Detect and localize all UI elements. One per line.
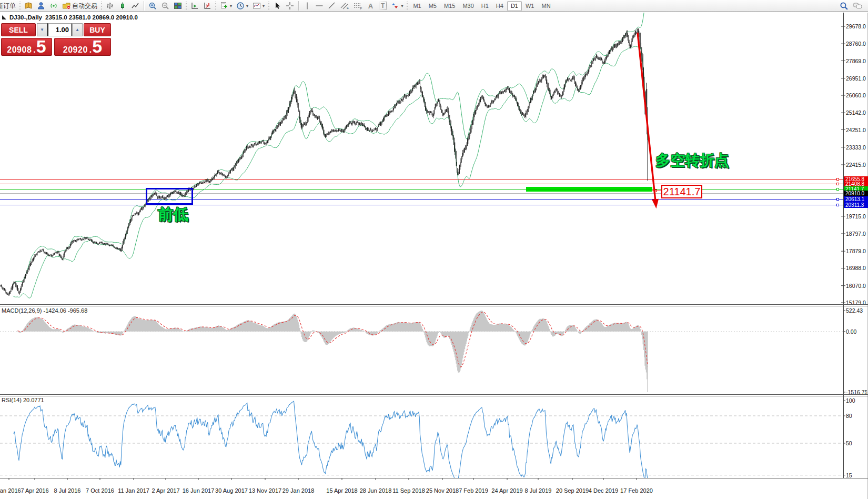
candlestick-button[interactable]	[116, 1, 129, 12]
crosshair-button[interactable]	[284, 1, 296, 12]
timeframe-button-M5[interactable]: M5	[425, 1, 440, 11]
line-chart-button[interactable]	[129, 1, 142, 12]
trendline-button[interactable]	[326, 1, 338, 12]
history-center-button[interactable]	[22, 1, 35, 12]
timeframe-button-M15[interactable]: M15	[440, 1, 459, 11]
timeframe-button-W1[interactable]: W1	[522, 1, 538, 11]
search-button[interactable]	[837, 1, 851, 12]
horizontal-level-line[interactable]	[0, 179, 843, 179]
price-axis-label: 24251.0	[846, 127, 866, 133]
autotrading-button[interactable]: 自动交易	[60, 1, 99, 12]
horizontal-level-line[interactable]	[0, 184, 843, 184]
timeframe-button-D1[interactable]: D1	[507, 1, 522, 11]
new-order-label: 新订单	[0, 2, 16, 11]
price-tag-pointer	[652, 191, 661, 191]
timeframe-button-H1[interactable]: H1	[478, 1, 492, 11]
sell-price-display[interactable]: 20908.5	[1, 38, 52, 56]
template-button[interactable]: ▾	[250, 1, 267, 12]
tile-windows-button[interactable]	[171, 1, 184, 12]
buy-button-label: BUY	[89, 26, 105, 34]
panel-separator[interactable]	[0, 394, 868, 395]
arrows-button[interactable]: ▾	[389, 1, 405, 12]
x-axis-date-label: 29 Jan 2018	[282, 487, 315, 494]
line-handle[interactable]	[836, 183, 839, 185]
horizontal-line-button[interactable]	[313, 1, 326, 12]
volume-decrease-button[interactable]: ▼	[37, 23, 47, 36]
auto-scroll-button[interactable]	[188, 1, 201, 12]
line-handle[interactable]	[836, 188, 839, 191]
zoom-out-button[interactable]	[159, 1, 171, 12]
accounts-button[interactable]	[35, 1, 47, 12]
tile-windows-icon	[174, 2, 182, 10]
x-axis-date-label: 20 Sep 2019	[556, 487, 589, 494]
sell-button[interactable]: SELL	[1, 23, 36, 36]
new-order-button[interactable]: 新订单	[0, 1, 18, 12]
horizontal-level-line[interactable]	[0, 199, 843, 199]
timeframe-button-M30[interactable]: M30	[459, 1, 477, 11]
x-axis-date-label: 11 Jan 2017	[118, 487, 149, 494]
signals-button[interactable]	[47, 1, 60, 12]
buy-price-display[interactable]: 20920.5	[54, 38, 111, 56]
channel-button[interactable]: E	[338, 1, 351, 12]
macd-axis-label: 0.00	[846, 328, 856, 335]
buy-button[interactable]: BUY	[84, 23, 111, 36]
template-icon	[253, 2, 261, 10]
line-handle[interactable]	[836, 204, 839, 206]
x-axis-date-label: 4 Dec 2019	[589, 487, 618, 494]
price-axis-label: 22415.0	[846, 162, 866, 168]
price-axis-label: 18797.0	[846, 231, 866, 237]
text-tool-glyph: A	[368, 2, 373, 10]
x-axis-date-label: 8 Jul 2019	[525, 487, 552, 494]
sell-price-dot: .	[33, 45, 35, 55]
line-handle[interactable]	[836, 178, 839, 181]
price-axis-label: 16070.0	[846, 283, 866, 289]
volume-input[interactable]	[47, 23, 72, 36]
horizontal-level-line[interactable]	[0, 189, 843, 189]
bar-chart-button[interactable]	[104, 1, 116, 12]
rsi-axis-label: 80	[846, 413, 852, 419]
timeframe-button-MN[interactable]: MN	[538, 1, 554, 11]
cursor-button[interactable]	[271, 1, 284, 12]
chat-button[interactable]	[851, 1, 865, 12]
signal-icon	[49, 2, 58, 10]
toolbar-separator	[144, 1, 144, 11]
x-axis-date-label: 25 Nov 2018	[426, 487, 459, 494]
arrows-icon	[391, 2, 399, 10]
previous-low-range-box[interactable]	[146, 188, 193, 205]
chart-shift-button[interactable]	[201, 1, 214, 12]
current-price-tag: 20910.0	[844, 191, 868, 196]
fibonacci-button[interactable]: F	[351, 1, 365, 12]
volume-increase-button[interactable]: ▲	[72, 23, 83, 36]
add-indicator-button[interactable]: ▾	[218, 1, 234, 12]
panel-separator[interactable]	[0, 306, 868, 306]
search-icon	[840, 2, 849, 11]
one-click-trade-panel: SELL ▼ ▲ BUY 20908.5 20920.5	[0, 23, 112, 56]
rsi-axis-label: 100	[846, 397, 855, 404]
x-axis-date-label: 17 Feb 2020	[620, 487, 653, 494]
toolbar-grip	[268, 2, 269, 10]
line-handle[interactable]	[836, 198, 839, 201]
period-button[interactable]: ▾	[234, 1, 250, 12]
timeframe-button-H4[interactable]: H4	[492, 1, 507, 11]
price-tag-box[interactable]: 21141.7	[661, 185, 702, 198]
vertical-line-button[interactable]	[301, 1, 313, 12]
x-axis-date-label: 16 Jun 2017	[183, 487, 215, 494]
timeframe-button-M1[interactable]: M1	[409, 1, 425, 11]
zoom-out-icon	[161, 2, 169, 10]
sell-button-label: SELL	[9, 26, 28, 34]
crosshair-icon	[286, 2, 294, 10]
panel-separator[interactable]	[0, 304, 868, 305]
ohlc-values: 23515.0 23581.0 20869.0 20910.0	[45, 14, 138, 21]
chart-title: DJ30-,Daily 23515.0 23581.0 20869.0 2091…	[2, 14, 138, 21]
text-label-button[interactable]: T	[377, 1, 389, 12]
panel-separator[interactable]	[0, 396, 868, 396]
annotation-canvas	[0, 0, 868, 499]
horizontal-level-line[interactable]	[0, 205, 843, 205]
text-button[interactable]: A	[365, 1, 377, 12]
fibonacci-icon: F	[354, 2, 362, 10]
x-axis-date-label: 30 Aug 2017	[215, 487, 248, 494]
panel-separator[interactable]	[0, 478, 868, 478]
price-axis-label: 23333.0	[846, 144, 866, 151]
macd-label: MACD(12,26,9) -1424.06 -965.68	[2, 307, 87, 314]
zoom-in-button[interactable]	[146, 1, 159, 12]
